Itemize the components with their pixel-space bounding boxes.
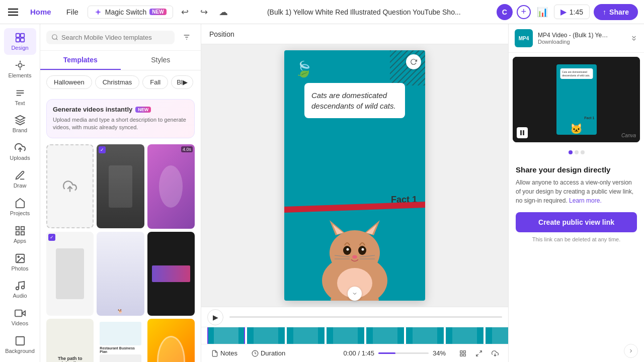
sidebar-item-elements[interactable]: Elements [4, 56, 36, 82]
tab-templates[interactable]: Templates [40, 51, 121, 70]
svg-point-18 [18, 256, 19, 257]
svg-line-55 [479, 350, 481, 352]
chip-christmas[interactable]: Christmas [95, 75, 140, 89]
svg-rect-2 [8, 15, 18, 16]
timeline-progress-bar[interactable] [229, 316, 502, 318]
tab-styles[interactable]: Styles [121, 51, 201, 70]
create-public-link-button[interactable]: Create public view link [516, 212, 637, 232]
stripe-pattern [390, 50, 425, 85]
cloud-sync-button[interactable]: ☁ [215, 4, 231, 20]
design-label: Design [11, 45, 28, 51]
chip-halloween[interactable]: Halloween [46, 75, 92, 89]
template-item-6[interactable]: The path to minimalism [46, 319, 94, 362]
right-panel-toggle[interactable] [624, 344, 638, 358]
search-input[interactable] [61, 34, 170, 41]
svg-point-24 [52, 35, 57, 39]
timeline-item-7[interactable]: 3.5s [486, 327, 508, 344]
sidebar-item-videos[interactable]: Videos [4, 304, 36, 330]
generate-box: Generate videos instantly NEW Upload med… [46, 99, 195, 138]
timeline-item-0[interactable]: 3.5s [207, 327, 245, 344]
chip-more-label: Bl▶ [177, 78, 188, 86]
template-item-4[interactable]: 🐕 [97, 232, 144, 316]
timeline-item-6[interactable]: 3.5s [446, 327, 484, 344]
canvas[interactable]: 🍃 Cats are domesticated descendants of w… [284, 50, 425, 301]
template-item-1[interactable]: ✓ [97, 144, 144, 229]
sidebar-item-background[interactable]: Background [4, 331, 36, 358]
file-button[interactable]: File [61, 6, 84, 18]
upload-template[interactable] [46, 144, 94, 229]
sidebar-item-draw[interactable]: Draw [4, 166, 36, 193]
svg-rect-0 [8, 9, 18, 10]
uploads-label: Uploads [10, 155, 30, 161]
svg-rect-15 [21, 232, 24, 235]
zoom-slider[interactable] [378, 352, 429, 354]
refresh-button[interactable] [406, 54, 421, 69]
scroll-hint-button[interactable] [348, 287, 362, 301]
canvas-leaf-icon: 🍃 [294, 60, 313, 78]
download-arrows [630, 34, 638, 42]
check-icon: ✓ [99, 146, 106, 153]
timeline-play-button[interactable]: ▶ [207, 309, 223, 325]
template-item-3[interactable]: ✓ [46, 232, 94, 316]
svg-rect-22 [15, 310, 22, 317]
sidebar-item-audio[interactable]: Audio [4, 276, 36, 303]
dot-2 [575, 150, 579, 154]
chip-fall[interactable]: Fall [142, 75, 168, 89]
avatar[interactable]: C [497, 4, 513, 20]
svg-rect-13 [16, 226, 19, 229]
position-bar: Position [201, 24, 508, 44]
chip-more[interactable]: Bl▶ [171, 75, 193, 89]
center-area: Position 🍃 Cats are domesticated descend… [201, 24, 508, 362]
icon-sidebar: Design Elements Text Brand Uploads Draw … [0, 24, 40, 362]
notes-button[interactable]: Notes [207, 347, 242, 359]
share-button[interactable]: ↑ Share [594, 4, 638, 20]
hamburger-menu[interactable] [6, 5, 20, 19]
magic-switch-button[interactable]: Magic Switch NEW [88, 6, 173, 19]
template-row-1: ✓ 4.0s [46, 144, 195, 229]
sidebar-item-apps[interactable]: Apps [4, 221, 36, 248]
sidebar-item-projects[interactable]: Projects [4, 194, 36, 220]
download-button[interactable] [488, 346, 502, 360]
canvas-fact-text: Cats are domesticated descendants of wil… [311, 90, 398, 111]
sidebar-item-photos[interactable]: Photos [4, 249, 36, 276]
analytics-button[interactable]: 📊 [535, 5, 550, 20]
share-label: Share [609, 8, 629, 16]
timeline-item-5[interactable]: 3.5s [406, 327, 444, 344]
brand-label: Brand [13, 127, 27, 133]
svg-rect-52 [463, 350, 465, 352]
elements-label: Elements [9, 72, 32, 78]
sidebar-item-brand[interactable]: Brand [4, 111, 36, 137]
svg-rect-16 [16, 232, 19, 235]
timeline-item-4[interactable]: 3.5s [366, 327, 404, 344]
home-button[interactable]: Home [24, 6, 57, 18]
timeline-item-3[interactable]: 3.5s [327, 327, 364, 344]
main-area: Design Elements Text Brand Uploads Draw … [0, 24, 644, 362]
sidebar-item-text[interactable]: Text [4, 83, 36, 110]
present-button[interactable]: ▶ 1:45 [554, 5, 590, 19]
filter-button[interactable] [179, 29, 195, 45]
timeline-item-1[interactable]: 3.5s [247, 327, 285, 344]
timeline-item-2[interactable]: 3.5s [287, 327, 325, 344]
svg-line-56 [476, 354, 478, 356]
undo-button[interactable]: ↩ [177, 4, 193, 20]
template-item-5[interactable] [147, 232, 195, 316]
template-item-2[interactable]: 4.0s [147, 144, 195, 229]
sidebar-item-design[interactable]: Design [4, 28, 36, 55]
svg-marker-21 [22, 311, 25, 316]
grid-view-button[interactable] [456, 346, 470, 360]
svg-rect-4 [20, 34, 24, 37]
sidebar-item-uploads[interactable]: Uploads [4, 138, 36, 165]
timeline: ▶ 3.5s 3.5s [201, 307, 508, 362]
expand-view-button[interactable] [472, 346, 486, 360]
download-bar: MP4 MP4 Video - (Bulk 1) Yello... Downlo… [509, 24, 644, 53]
svg-rect-54 [463, 354, 465, 356]
redo-button[interactable]: ↪ [196, 4, 212, 20]
learn-more-link[interactable]: Learn more. [569, 197, 602, 204]
template-item-8[interactable] [147, 319, 195, 362]
panel-tabs: Templates Styles [40, 51, 201, 70]
preview-pause-button[interactable] [517, 127, 528, 138]
duration-button[interactable]: Duration [248, 347, 289, 359]
template-item-7[interactable]: Restaurant Business Plan [97, 319, 144, 362]
template-duration: 4.0s [181, 146, 193, 152]
add-collaborator-button[interactable]: + [517, 5, 531, 19]
